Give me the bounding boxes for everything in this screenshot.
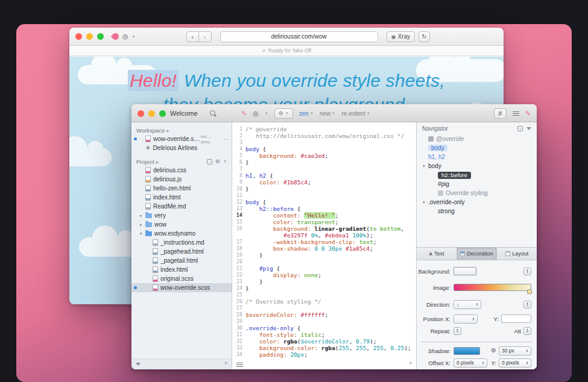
code-line[interactable]: 7 — [232, 166, 416, 172]
minimize-button[interactable] — [86, 33, 93, 40]
navigator-item[interactable]: @override — [417, 134, 537, 143]
target-icon[interactable]: ◎ — [122, 33, 128, 40]
direction-stepper[interactable]: ▲▼ — [523, 301, 531, 308]
brush-icon[interactable]: ✎ — [241, 110, 247, 117]
code-line[interactable]: 29 — [232, 318, 416, 325]
code-line[interactable]: 28$overrideColor: #ffffff; — [232, 312, 416, 318]
file-item[interactable]: ReadMe.md — [131, 202, 232, 211]
navigator-item[interactable]: strong — [417, 207, 537, 216]
file-item[interactable]: _pagehead.html — [131, 247, 232, 256]
shadow-options-icon[interactable]: ⚙ — [491, 348, 496, 354]
brush-icon[interactable]: ✎ — [525, 110, 531, 117]
file-item[interactable]: _pagetail.html — [131, 256, 232, 265]
more-icon[interactable]: ⋯ — [223, 136, 229, 142]
xray-button[interactable]: ◉ Xray — [387, 31, 415, 42]
code-line[interactable]: 12body { — [232, 199, 416, 205]
code-line[interactable]: 2 http://deliriousair.com/wow/original.c… — [232, 133, 416, 139]
tab-text[interactable]: A Text — [417, 248, 457, 260]
file-item[interactable]: delirious.js — [131, 175, 232, 184]
code-line[interactable]: 32 color: rgba($overrideColor, 0.79); — [232, 338, 416, 345]
disclosure-icon[interactable]: ▾ — [423, 164, 428, 168]
code-line[interactable]: 33 background-color: rgba(255, 255, 255,… — [232, 345, 416, 351]
file-item[interactable]: hello-zen.html — [131, 184, 232, 193]
background-color-well[interactable] — [454, 267, 476, 275]
disclosure-icon[interactable]: ▾ — [140, 231, 145, 236]
code-line[interactable]: 3 — [232, 139, 416, 146]
direction-dropdown[interactable]: ↓ ▲▼ — [454, 300, 481, 309]
code-line[interactable]: 11 — [232, 192, 416, 199]
action-zen[interactable]: zen▼ — [299, 110, 314, 117]
symbols-icon[interactable] — [236, 362, 243, 368]
code-line[interactable]: 19 } — [232, 252, 416, 258]
navigator-item[interactable]: #pig — [417, 180, 537, 189]
url-field[interactable]: deliriousair.com/wow — [220, 31, 378, 42]
file-item[interactable]: _instructions.md — [131, 238, 232, 247]
code-line[interactable]: 23 } — [232, 278, 416, 285]
search-icon[interactable] — [210, 110, 217, 117]
code-line[interactable]: 14 content: "Hello! "; — [232, 212, 416, 219]
workspace-item-site[interactable]: ✈ Delirious Airlines — [131, 143, 232, 152]
file-item[interactable]: wow-override.scss — [131, 283, 232, 292]
action-new[interactable]: new▼ — [320, 110, 335, 117]
code-line[interactable]: 9 color: #1b85c4; — [232, 179, 416, 186]
code-line[interactable]: 26/* Override styling */ — [232, 298, 416, 305]
target-icon[interactable]: ◎ — [253, 110, 259, 117]
navigator-item[interactable]: h1, h2 — [417, 152, 537, 161]
code-editor[interactable]: 1/* @override2 http://deliriousair.com/w… — [232, 122, 416, 369]
actions-gear-button[interactable]: ⚙ ▼ — [274, 108, 293, 119]
code-line[interactable]: 20 — [232, 258, 416, 265]
attachment-stepper[interactable]: ▲▼ — [523, 327, 531, 335]
gear-icon[interactable]: ⚙ — [215, 159, 220, 164]
code-line[interactable]: 34 padding: 20px; — [232, 351, 416, 358]
filter-icon[interactable] — [526, 127, 531, 130]
disclosure-icon[interactable]: ▾ — [423, 200, 428, 204]
code-line[interactable]: 15 color: transparent; — [232, 219, 416, 225]
asterisk-icon[interactable]: * — [224, 361, 227, 368]
shadow-size-dropdown[interactable]: 30 px ▲▼ — [499, 346, 531, 355]
code-line[interactable]: 10} — [232, 186, 416, 192]
disclosure-icon[interactable]: ▸ — [140, 213, 145, 218]
back-button[interactable]: ‹ — [186, 31, 199, 42]
file-item[interactable]: index.html — [131, 265, 232, 274]
code-line[interactable]: 25 — [232, 292, 416, 298]
position-y-field[interactable] — [501, 315, 531, 323]
asterisk-icon[interactable]: * — [409, 361, 412, 368]
file-item[interactable]: index.html — [131, 193, 232, 202]
code-line[interactable]: 31 font-style: italic; — [232, 331, 416, 338]
refresh-button[interactable]: ↻ — [419, 31, 430, 42]
hash-navigator-button[interactable]: # — [494, 108, 507, 119]
code-line[interactable]: #e3297f 0%, #ebdea1 100%); — [232, 232, 416, 239]
code-line[interactable]: 13 h2::before { — [232, 205, 416, 212]
repeat-stepper[interactable]: ▲▼ — [454, 327, 461, 335]
forward-button[interactable]: › — [199, 31, 212, 42]
add-icon[interactable]: + — [517, 126, 523, 131]
file-item[interactable]: original.scss — [131, 274, 232, 283]
list-icon[interactable] — [513, 111, 519, 116]
code-line[interactable]: 18 box-shadow: 0 0 30px #1a85c4; — [232, 245, 416, 252]
file-item[interactable]: ▾wow.esdynamo — [131, 229, 232, 238]
code-line[interactable]: 16 background: linear-gradient(to bottom… — [232, 225, 416, 232]
image-gradient-well[interactable] — [454, 284, 531, 291]
code-line[interactable]: 27 — [232, 305, 416, 312]
code-line[interactable]: 30.override-only { — [232, 325, 416, 331]
zoom-button[interactable] — [97, 33, 104, 40]
code-line[interactable]: 4body { — [232, 146, 416, 152]
shadow-color-well[interactable] — [454, 347, 480, 355]
code-line[interactable]: 1/* @override — [232, 126, 416, 133]
file-item[interactable]: ▸very — [131, 211, 232, 220]
close-button[interactable] — [75, 33, 82, 40]
chevron-down-icon[interactable]: ▼ — [223, 160, 227, 163]
navigator-item[interactable]: h2::before — [417, 171, 537, 180]
navigator-item[interactable]: body — [417, 143, 537, 152]
background-stepper[interactable]: ▲▼ — [523, 268, 531, 275]
disclosure-icon[interactable]: ▸ — [140, 222, 145, 227]
navigator-item[interactable]: ▾body — [417, 161, 537, 171]
chevron-down-icon[interactable]: ▼ — [265, 111, 268, 115]
publish-icon[interactable]: ↓ — [207, 159, 212, 164]
close-button[interactable] — [138, 110, 144, 117]
file-item[interactable]: ▸wow — [131, 220, 232, 229]
offset-x-dropdown[interactable]: 0 pixels ▲▼ — [454, 359, 487, 368]
code-line[interactable]: 8h1, h2 { — [232, 172, 416, 179]
code-line[interactable]: 6} — [232, 159, 416, 166]
zoom-button[interactable] — [159, 110, 166, 117]
